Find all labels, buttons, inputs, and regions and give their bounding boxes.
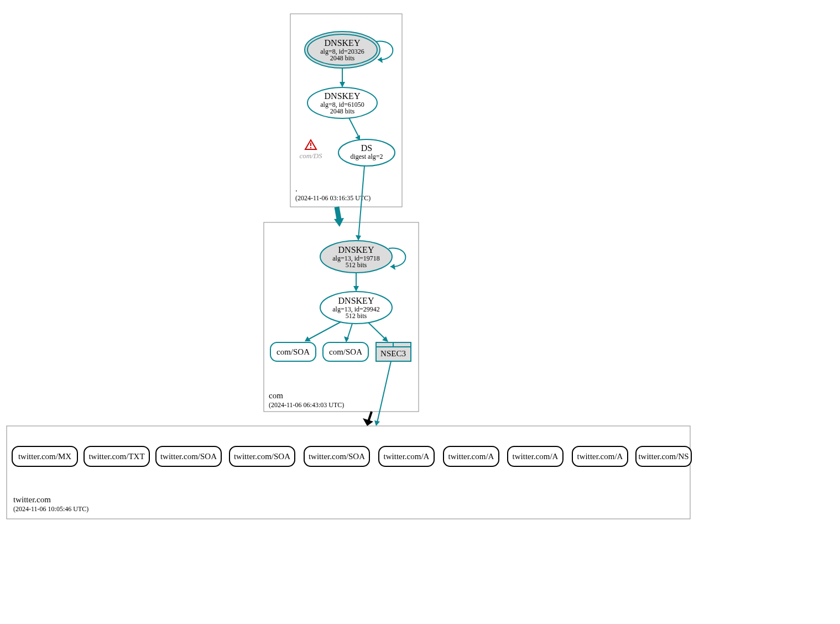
svg-marker-34	[353, 286, 359, 292]
twitter-record-0[interactable]: twitter.com/MX	[12, 446, 77, 466]
svg-text:DNSKEY: DNSKEY	[325, 91, 361, 101]
svg-marker-12	[340, 82, 345, 87]
twitter-record-7[interactable]: twitter.com/A	[508, 446, 563, 466]
svg-text:twitter.com/SOA: twitter.com/SOA	[234, 452, 290, 461]
edge-com-zsk-to-nsec3	[368, 323, 387, 341]
twitter-record-2[interactable]: twitter.com/SOA	[156, 446, 221, 466]
svg-text:twitter.com/A: twitter.com/A	[448, 452, 494, 461]
svg-marker-21	[356, 235, 361, 241]
svg-text:com/DS: com/DS	[299, 152, 322, 160]
twitter-record-6[interactable]: twitter.com/A	[444, 446, 499, 466]
svg-text:twitter.com/MX: twitter.com/MX	[18, 452, 71, 461]
svg-marker-6	[378, 57, 383, 63]
dnssec-diagram: . (2024-11-06 03:16:35 UTC) DNSKEY alg=8…	[0, 0, 840, 624]
dnskey-root-ksk[interactable]: DNSKEY alg=8, id=20326 2048 bits	[305, 32, 380, 68]
edge-root-zsk-to-ds	[349, 118, 359, 138]
twitter-record-1[interactable]: twitter.com/TXT	[84, 446, 149, 466]
svg-text:DNSKEY: DNSKEY	[338, 245, 374, 254]
twitter-record-8[interactable]: twitter.com/A	[572, 446, 628, 466]
edge-ds-to-com-ksk	[358, 166, 364, 239]
zone-twitter-box	[7, 426, 690, 519]
svg-marker-46	[374, 420, 380, 426]
svg-text:digest alg=2: digest alg=2	[350, 153, 383, 160]
zone-root-label: .	[295, 184, 298, 193]
svg-text:twitter.com/SOA: twitter.com/SOA	[160, 452, 217, 461]
zone-twitter-label: twitter.com	[13, 495, 51, 504]
nsec3-node[interactable]: NSEC3	[376, 342, 411, 361]
twitter-record-3[interactable]: twitter.com/SOA	[229, 446, 295, 466]
svg-point-19	[310, 147, 311, 148]
edge-delegation-com-to-twitter	[368, 412, 372, 422]
ds-node[interactable]: DS digest alg=2	[338, 139, 395, 166]
svg-text:twitter.com/A: twitter.com/A	[513, 452, 559, 461]
svg-marker-28	[390, 264, 395, 270]
svg-text:NSEC3: NSEC3	[380, 349, 406, 358]
com-soa-1[interactable]: com/SOA	[270, 342, 316, 361]
svg-text:com/SOA: com/SOA	[276, 347, 310, 356]
zone-twitter-timestamp: (2024-11-06 10:05:46 UTC)	[13, 505, 88, 513]
twitter-record-4[interactable]: twitter.com/SOA	[304, 446, 369, 466]
warning-com-ds[interactable]: com/DS	[299, 140, 322, 160]
com-soa-2[interactable]: com/SOA	[323, 342, 368, 361]
svg-text:twitter.com/SOA: twitter.com/SOA	[309, 452, 365, 461]
svg-text:DS: DS	[361, 143, 372, 153]
svg-text:512 bits: 512 bits	[346, 261, 367, 269]
svg-text:twitter.com/TXT: twitter.com/TXT	[88, 452, 144, 461]
zone-root-timestamp: (2024-11-06 03:16:35 UTC)	[295, 194, 371, 202]
zone-com-label: com	[269, 391, 283, 400]
svg-text:2048 bits: 2048 bits	[330, 107, 355, 115]
svg-text:512 bits: 512 bits	[346, 312, 367, 320]
twitter-record-5[interactable]: twitter.com/A	[379, 446, 434, 466]
svg-text:DNSKEY: DNSKEY	[338, 296, 374, 305]
edge-nsec3-to-twitter	[377, 361, 391, 425]
dnskey-com-ksk[interactable]: DNSKEY alg=13, id=19718 512 bits	[320, 241, 392, 273]
dnskey-com-zsk[interactable]: DNSKEY alg=13, id=29942 512 bits	[320, 292, 392, 324]
zone-com-timestamp: (2024-11-06 06:43:03 UTC)	[269, 401, 344, 409]
svg-text:twitter.com/A: twitter.com/A	[577, 452, 623, 461]
edge-com-zsk-to-soa1	[306, 322, 341, 341]
svg-text:twitter.com/NS: twitter.com/NS	[638, 452, 688, 461]
svg-text:DNSKEY: DNSKEY	[325, 38, 361, 48]
dnskey-root-zsk[interactable]: DNSKEY alg=8, id=61050 2048 bits	[307, 87, 377, 118]
twitter-record-9[interactable]: twitter.com/NS	[636, 446, 691, 466]
svg-text:twitter.com/A: twitter.com/A	[384, 452, 430, 461]
svg-text:com/SOA: com/SOA	[329, 347, 362, 356]
svg-text:2048 bits: 2048 bits	[330, 54, 355, 62]
